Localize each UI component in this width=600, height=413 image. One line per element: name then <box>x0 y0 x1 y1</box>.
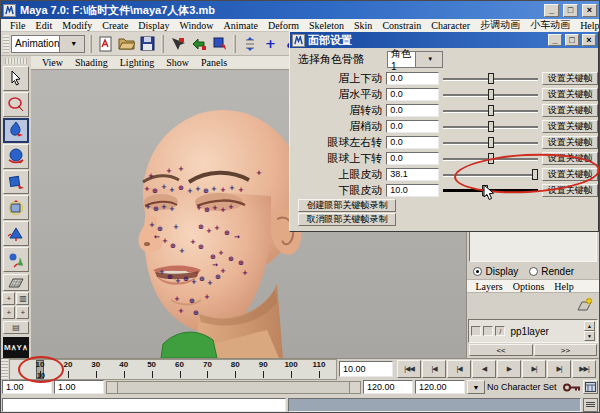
dialog-minimize-button[interactable]: _ <box>548 34 562 46</box>
layer-menu-options[interactable]: Options <box>509 281 549 292</box>
facial-marker[interactable]: + <box>149 222 155 229</box>
facial-marker[interactable]: + <box>173 224 179 231</box>
play-backward-button[interactable]: ◀ <box>472 360 496 378</box>
menu-item-skin[interactable]: Skin <box>349 20 377 31</box>
step-forward-key-button[interactable]: ▶| <box>547 360 571 378</box>
facial-marker[interactable]: → <box>234 234 240 241</box>
layer-name[interactable]: pp1layer <box>507 326 582 337</box>
auto-keyframe-icon[interactable] <box>563 382 581 393</box>
layer-menu-layers[interactable]: Layers <box>471 281 506 292</box>
facial-marker[interactable]: + <box>220 268 226 275</box>
layer-menu-help[interactable]: Help <box>550 281 577 292</box>
render-radio[interactable] <box>529 267 538 276</box>
facial-marker[interactable]: + <box>242 270 248 277</box>
set-keyframe-button[interactable]: 设置关键帧 <box>542 136 598 149</box>
menu-item-car-animation[interactable]: 小车动画 <box>525 18 575 32</box>
facial-marker[interactable]: ⊕ <box>228 256 234 263</box>
toolbox-grip[interactable] <box>5 58 27 64</box>
layer-nav-right-button[interactable]: >> <box>534 344 597 356</box>
range-end-handle[interactable] <box>349 381 361 394</box>
select-component-button[interactable] <box>210 34 229 53</box>
facial-marker[interactable]: + <box>256 170 262 177</box>
attribute-slider[interactable] <box>443 88 538 101</box>
rotate-tool-button[interactable] <box>3 144 29 169</box>
facial-marker[interactable]: + <box>206 228 212 235</box>
layer-scroll-spinner[interactable]: ▲▼ <box>584 321 595 341</box>
facial-marker[interactable]: + <box>238 187 244 194</box>
menu-item-create[interactable]: Create <box>97 20 133 31</box>
step-forward-frame-button[interactable]: ▶| <box>522 360 546 378</box>
dialog-maximize-button[interactable]: □ <box>565 34 579 46</box>
dialog-close-button[interactable]: × <box>582 34 596 46</box>
facial-marker[interactable]: + <box>218 250 224 257</box>
panel-menu-show[interactable]: Show <box>161 57 194 68</box>
attribute-slider[interactable] <box>443 168 538 181</box>
save-scene-button[interactable] <box>138 34 157 53</box>
facial-marker[interactable]: + <box>179 248 185 255</box>
slider-handle[interactable] <box>488 89 494 100</box>
set-keyframe-button[interactable]: 设置关键帧 <box>542 104 598 117</box>
four-pane-layout-button[interactable]: + <box>2 292 15 305</box>
timeline-ticks[interactable]: 10 1020304050607080901001101 <box>9 359 337 380</box>
anim-end-field[interactable]: 120.00 <box>415 380 465 394</box>
anim-start-field[interactable]: 1.00 <box>2 380 52 394</box>
playback-end-field[interactable]: 120.00 <box>363 380 413 394</box>
value-field[interactable]: 10.0 <box>386 184 439 197</box>
facial-marker[interactable]: + <box>220 207 226 214</box>
facial-marker[interactable]: ⊕ <box>193 310 199 317</box>
attribute-slider[interactable] <box>443 120 538 133</box>
menu-item-modify[interactable]: Modify <box>57 20 97 31</box>
maximize-button[interactable]: □ <box>563 4 578 17</box>
set-keyframe-button[interactable]: 设置关键帧 <box>542 168 598 181</box>
menu-item-deform[interactable]: Deform <box>263 20 304 31</box>
minimize-button[interactable]: _ <box>544 4 559 17</box>
facial-marker[interactable]: ⊕ <box>198 224 204 231</box>
facial-marker[interactable]: + <box>212 205 218 212</box>
facial-marker[interactable]: ⊕ <box>170 243 176 250</box>
slider-handle[interactable] <box>488 121 494 132</box>
value-field[interactable]: 0.0 <box>386 152 439 165</box>
snap-toggle-button[interactable] <box>240 34 259 53</box>
facial-marker[interactable]: + <box>195 186 201 193</box>
facial-marker[interactable]: + <box>161 204 167 211</box>
facial-marker[interactable]: + <box>178 166 184 173</box>
command-line-input[interactable] <box>2 398 286 412</box>
value-field[interactable]: 0.0 <box>386 104 439 117</box>
extra-layout-button[interactable]: ▤ <box>3 321 29 334</box>
range-start-handle[interactable] <box>106 381 118 394</box>
soft-mod-tool-button[interactable] <box>3 221 29 246</box>
persp-outliner-layout-button[interactable]: ▥ <box>16 292 29 305</box>
slider-handle[interactable] <box>488 137 494 148</box>
facial-marker[interactable]: + <box>228 204 234 211</box>
facial-marker[interactable]: ⊕ <box>238 260 244 267</box>
facial-marker[interactable]: ⊕ <box>199 276 205 283</box>
mode-dropdown[interactable]: Animation ▼ <box>11 35 85 53</box>
close-button[interactable]: × <box>582 4 597 17</box>
facial-marker[interactable]: + <box>148 173 154 180</box>
facial-marker[interactable]: ⊕ <box>203 188 209 195</box>
slider-handle[interactable] <box>488 73 494 84</box>
value-field[interactable]: 0.0 <box>386 120 439 133</box>
facial-marker[interactable]: ⊕ <box>215 274 221 281</box>
slider-handle[interactable] <box>488 105 494 116</box>
facial-marker[interactable]: ← <box>154 234 160 241</box>
facial-marker[interactable]: + <box>191 279 197 286</box>
set-keyframe-button[interactable]: 设置关键帧 <box>542 88 598 101</box>
new-scene-button[interactable] <box>96 34 115 53</box>
go-to-end-button[interactable]: ▶▶| <box>572 360 596 378</box>
facial-marker[interactable]: + <box>178 308 184 315</box>
facial-marker[interactable]: ⊕ <box>153 206 159 213</box>
set-keyframe-button[interactable]: 设置关键帧 <box>542 72 598 85</box>
menu-item-animate[interactable]: Animate <box>218 20 262 31</box>
facial-marker[interactable]: + <box>187 188 193 195</box>
select-hierarchy-button[interactable] <box>168 34 187 53</box>
value-field[interactable]: 0.0 <box>386 136 439 149</box>
lasso-tool-button[interactable] <box>3 92 29 117</box>
play-forward-button[interactable]: ▶ <box>497 360 521 378</box>
facial-marker[interactable]: + <box>220 187 226 194</box>
facial-marker[interactable]: ⊕ <box>183 276 189 283</box>
facial-marker[interactable]: + <box>211 186 217 193</box>
cancel-eye-key-recording-button[interactable]: 取消眼部关键帧录制 <box>298 213 396 226</box>
facial-marker[interactable]: + <box>159 269 165 276</box>
attribute-slider[interactable] <box>443 136 538 149</box>
